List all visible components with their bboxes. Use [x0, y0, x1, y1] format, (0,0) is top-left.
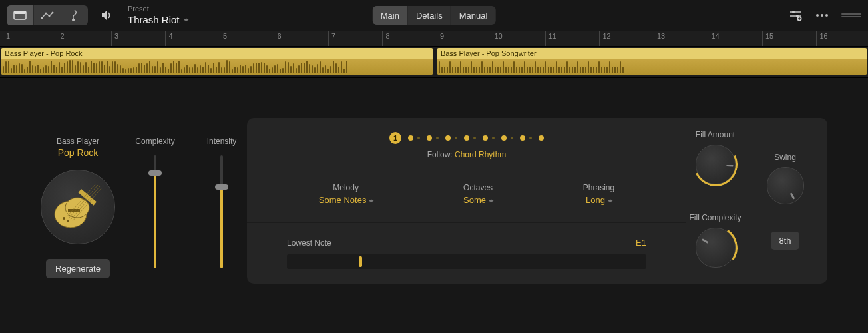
updown-icon: ◂▸ — [608, 197, 612, 204]
svg-point-8 — [792, 11, 795, 13]
phrasing-select[interactable]: Phrasing Long◂▸ — [583, 183, 614, 205]
complexity-slider[interactable]: Complexity — [135, 137, 175, 278]
ruler-tick: 14 — [708, 31, 719, 46]
region-pop-rock[interactable]: Bass Player - Pop Rock — [1, 48, 433, 75]
svg-point-3 — [45, 13, 47, 15]
select-label: Melody — [333, 183, 359, 192]
updown-icon: ◂▸ — [489, 197, 493, 204]
follow-label: Follow: — [427, 150, 453, 159]
intensity-slider[interactable]: Intensity — [202, 137, 242, 278]
svg-point-2 — [41, 17, 43, 19]
swing-value-button[interactable]: 8th — [771, 232, 799, 250]
ruler-tick: 6 — [274, 31, 281, 46]
octaves-select[interactable]: Octaves Some◂▸ — [463, 183, 493, 205]
lowest-note-slider[interactable] — [287, 254, 646, 269]
svg-rect-1 — [14, 11, 26, 14]
timeline-ruler[interactable]: 1 2 3 4 5 6 7 8 9 10 11 12 13 14 15 16 — [0, 31, 868, 47]
editor-toolbar: Preset Thrash Riot ◂▸ Main Details Manua… — [0, 0, 868, 31]
preset-label: Preset — [128, 5, 188, 13]
svg-point-15 — [821, 14, 823, 17]
ruler-tick: 7 — [328, 31, 335, 46]
preset-value: Thrash Riot — [128, 14, 180, 26]
player-type-label: Bass Player — [57, 137, 99, 146]
region-pop-songwriter[interactable]: Bass Player - Pop Songwriter — [437, 48, 867, 75]
fill-amount-knob[interactable]: Fill Amount — [684, 130, 747, 206]
volume-icon[interactable] — [100, 8, 114, 23]
swing-knob[interactable]: Swing — [754, 153, 817, 206]
track-lane[interactable]: Bass Player - Pop Rock Bass Player - Pop… — [0, 47, 868, 78]
select-label: Octaves — [463, 183, 493, 192]
ruler-tick: 16 — [816, 31, 827, 46]
svg-point-22 — [67, 220, 69, 222]
drag-handle-icon[interactable] — [841, 13, 861, 18]
svg-point-6 — [72, 19, 75, 21]
tab-details[interactable]: Details — [408, 6, 451, 25]
pattern-step-current[interactable]: 1 — [389, 132, 401, 144]
select-label: Phrasing — [583, 183, 614, 192]
ruler-tick: 2 — [57, 31, 64, 46]
settings-icon[interactable] — [788, 8, 803, 23]
updown-icon: ◂▸ — [369, 197, 373, 204]
ruler-tick: 12 — [599, 31, 610, 46]
svg-point-14 — [816, 14, 819, 17]
svg-point-4 — [49, 15, 51, 17]
fill-swing-panel: Fill Amount Swing Fill Complexity 8th — [673, 118, 827, 284]
session-player-editor: Bass Player Pop Rock Regene — [41, 118, 827, 284]
ruler-tick: 10 — [491, 31, 502, 46]
player-style-value[interactable]: Pop Rock — [58, 147, 99, 158]
pattern-panel: 1 Follow: Chord Rhythm Melody — [247, 118, 686, 284]
ruler-tick: 8 — [382, 31, 389, 46]
ruler-tick: 5 — [220, 31, 227, 46]
fill-complexity-knob[interactable]: Fill Complexity — [684, 213, 747, 270]
pattern-steps[interactable]: 1 — [247, 130, 686, 146]
preset-selector[interactable]: Preset Thrash Riot ◂▸ — [128, 5, 188, 25]
region-label: Bass Player - Pop Rock — [1, 48, 433, 59]
ruler-tick: 1 — [3, 31, 10, 46]
region-label: Bass Player - Pop Songwriter — [437, 48, 867, 59]
tab-manual[interactable]: Manual — [451, 6, 496, 25]
view-region-button[interactable] — [7, 5, 34, 25]
regenerate-button[interactable]: Regenerate — [46, 259, 110, 278]
ruler-tick: 4 — [165, 31, 172, 46]
ruler-tick: 9 — [437, 31, 444, 46]
svg-point-16 — [825, 14, 828, 17]
more-icon[interactable] — [815, 8, 829, 23]
lowest-note-label: Lowest Note — [287, 238, 331, 248]
toolbar-right — [788, 8, 861, 23]
melody-select[interactable]: Melody Some Notes◂▸ — [319, 183, 373, 205]
ruler-tick: 11 — [545, 31, 556, 46]
ruler-tick: 13 — [654, 31, 665, 46]
svg-point-5 — [52, 12, 54, 14]
slider-label: Intensity — [207, 137, 237, 146]
instrument-avatar[interactable] — [41, 170, 115, 244]
updown-icon: ◂▸ — [184, 16, 188, 23]
follow-value[interactable]: Chord Rhythm — [455, 150, 506, 159]
ruler-tick: 15 — [762, 31, 773, 46]
svg-point-21 — [63, 217, 65, 220]
tab-main[interactable]: Main — [373, 6, 408, 25]
editor-tabs: Main Details Manual — [373, 6, 496, 25]
view-automation-button[interactable] — [34, 5, 61, 25]
lowest-note-value: E1 — [636, 238, 646, 248]
view-mode-segment — [7, 5, 88, 25]
view-score-button[interactable] — [61, 5, 88, 25]
slider-label: Complexity — [135, 137, 174, 146]
ruler-tick: 3 — [111, 31, 118, 46]
